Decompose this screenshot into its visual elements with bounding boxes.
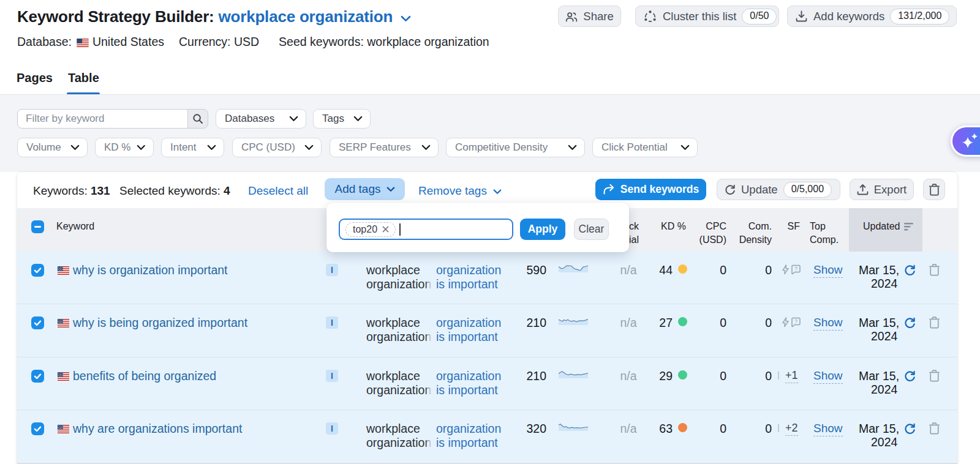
svg-text:?: ?: [794, 318, 797, 324]
svg-text:?: ?: [794, 266, 797, 272]
